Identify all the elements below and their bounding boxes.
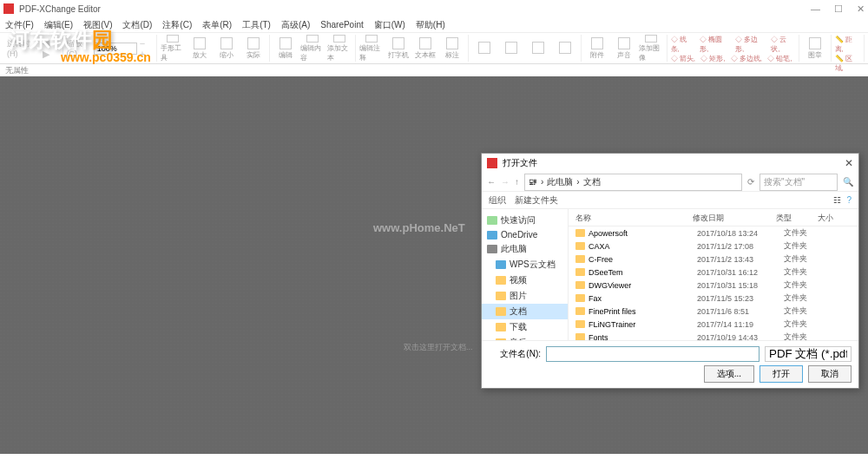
search-input[interactable]: 搜索"文档" [760, 174, 838, 191]
nav-快速访问[interactable]: 快速访问 [482, 213, 568, 228]
edit-icon [279, 37, 292, 49]
shape-云状[interactable]: ◇ 云状, [771, 35, 794, 54]
tool-type[interactable]: 打字机 [386, 35, 411, 62]
nav-fwd-icon[interactable]: → [501, 177, 510, 187]
folder-icon [487, 216, 497, 225]
tb-attach-tools: 附件声音添加图像 [582, 35, 667, 62]
menu-item[interactable]: 帮助(H) [416, 19, 445, 31]
measure-距离[interactable]: 📏 距离, [835, 35, 860, 54]
nav-back-icon[interactable]: ← [487, 177, 496, 187]
menu-item[interactable]: 注释(C) [162, 19, 192, 31]
filetype-select[interactable] [765, 346, 852, 362]
tool-txt[interactable]: 添加文本 [327, 35, 352, 62]
tool-ann[interactable]: 编辑注释 [359, 35, 384, 62]
tb-measure-tools: 📏 距离,📏 区域, [832, 35, 865, 62]
options-button[interactable]: 选项... [704, 365, 754, 383]
refresh-icon[interactable]: ⟳ [747, 177, 754, 187]
open-button[interactable]: 打开 [760, 365, 803, 383]
folder-icon [575, 268, 585, 276]
tool-att[interactable]: 附件 [585, 35, 609, 62]
folder-icon [496, 276, 506, 285]
file-row[interactable]: C-Free2017/11/2 13:43文件夹 [569, 253, 858, 266]
tool-edt2[interactable]: 编辑内容 [300, 35, 325, 62]
menu-item[interactable]: 工具(T) [242, 19, 271, 31]
hl-icon [478, 42, 490, 54]
ul-icon [505, 42, 517, 54]
nav-此电脑[interactable]: 此电脑 [482, 241, 568, 257]
file-row[interactable]: DSeeTem2017/10/31 16:12文件夹 [569, 266, 858, 279]
dialog-close-button[interactable]: ✕ [845, 157, 853, 169]
zin-icon [194, 37, 206, 49]
shape-箭头[interactable]: ◇ 箭头, [671, 54, 695, 63]
menu-item[interactable]: SharePoint [320, 20, 363, 30]
menu-item[interactable]: 表单(R) [202, 19, 232, 31]
nav-OneDrive[interactable]: OneDrive [482, 228, 568, 241]
search-icon[interactable]: 🔍 [843, 177, 853, 187]
file-row[interactable]: Fax2017/11/5 15:23文件夹 [569, 292, 858, 305]
help-icon[interactable]: ? [846, 195, 852, 205]
tool-st[interactable] [526, 35, 550, 62]
folder-icon [575, 307, 585, 315]
folder-icon [575, 242, 585, 250]
col-name[interactable]: 名称 [575, 213, 693, 224]
view-mode-icon[interactable]: ☷ [833, 195, 841, 205]
tool-edit[interactable]: 编辑 [273, 35, 298, 62]
file-row[interactable]: Apowersoft2017/10/18 13:24文件夹 [569, 226, 858, 240]
tool-call[interactable]: 标注 [440, 35, 464, 62]
tool-stamp[interactable]: 图章 [803, 35, 827, 62]
menu-item[interactable]: 窗口(W) [374, 19, 405, 31]
col-date[interactable]: 修改日期 [693, 213, 776, 224]
tool-hl[interactable] [472, 35, 496, 62]
file-row[interactable]: DWGViewer2017/10/31 15:18文件夹 [569, 279, 858, 292]
shape-矩形[interactable]: ◇ 矩形, [700, 54, 725, 63]
shape-铅笔[interactable]: ◇ 铅笔, [767, 54, 792, 63]
filename-label: 文件名(N): [489, 348, 541, 360]
file-row[interactable]: CAXA2017/11/2 17:08文件夹 [569, 240, 858, 253]
titlebar: PDF-XChange Editor — ☐ ✕ [0, 0, 868, 17]
tool-t2[interactable] [553, 35, 577, 62]
shape-椭圆形[interactable]: ◇ 椭圆形, [700, 35, 730, 54]
file-row[interactable]: FinePrint files2017/11/6 8:51文件夹 [569, 305, 858, 318]
tool-img[interactable]: 添加图像 [639, 35, 663, 62]
address-bar[interactable]: 🖳 ›此电脑 ›文档 [524, 174, 742, 191]
tool-zin[interactable]: 放大 [187, 35, 212, 62]
nav-图片[interactable]: 图片 [482, 288, 568, 304]
shape-多边线[interactable]: ◇ 多边线, [731, 54, 762, 63]
tool-ul[interactable] [499, 35, 523, 62]
measure-区域[interactable]: 📏 区域, [835, 54, 860, 73]
organize-menu[interactable]: 组织 [489, 194, 506, 207]
close-button[interactable]: ✕ [857, 3, 865, 15]
open-placeholder[interactable]: 双击这里打开文档... [404, 342, 473, 353]
maximize-button[interactable]: ☐ [834, 3, 843, 15]
nav-up-icon[interactable]: ↑ [515, 177, 519, 187]
tool-zout[interactable]: 缩小 [214, 35, 239, 62]
col-type[interactable]: 类型 [776, 213, 818, 224]
edt2-icon [306, 35, 319, 43]
tb-stamp-tools: 图章 [799, 35, 832, 62]
call-icon [446, 37, 458, 49]
nav-WPS云文档[interactable]: WPS云文档 [482, 257, 568, 272]
new-folder-button[interactable]: 新建文件夹 [515, 194, 558, 207]
nav-文档[interactable]: 文档 [482, 304, 568, 319]
list-header: 名称 修改日期 类型 大小 [569, 211, 858, 226]
shape-线条[interactable]: ◇ 线条, [671, 35, 694, 54]
menu-item[interactable]: 高级(A) [281, 19, 310, 31]
filename-input[interactable] [546, 346, 760, 362]
col-size[interactable]: 大小 [818, 213, 852, 224]
dialog-nav: ← → ↑ 🖳 ›此电脑 ›文档 ⟳ 搜索"文档" 🔍 [482, 173, 858, 192]
tool-tbox[interactable]: 文本框 [413, 35, 437, 62]
minimize-button[interactable]: — [811, 3, 820, 15]
pc-icon: 🖳 [529, 177, 537, 187]
tool-snd[interactable]: 声音 [612, 35, 636, 62]
nav-视频[interactable]: 视频 [482, 272, 568, 288]
shape-多边形[interactable]: ◇ 多边形, [735, 35, 766, 54]
ann-icon [365, 35, 378, 43]
menu-item[interactable]: 文档(D) [122, 19, 152, 31]
tool-fit[interactable]: 实际 [241, 35, 266, 62]
cancel-button[interactable]: 取消 [808, 365, 852, 383]
nav-下载[interactable]: 下载 [482, 319, 568, 335]
file-row[interactable]: FLiNGTrainer2017/7/14 11:19文件夹 [569, 318, 858, 331]
file-list: 名称 修改日期 类型 大小 Apowersoft2017/10/18 13:24… [569, 209, 858, 340]
file-row[interactable]: Fonts2017/10/19 14:43文件夹 [569, 331, 858, 340]
tool-hand[interactable]: 手形工具 [161, 35, 185, 62]
